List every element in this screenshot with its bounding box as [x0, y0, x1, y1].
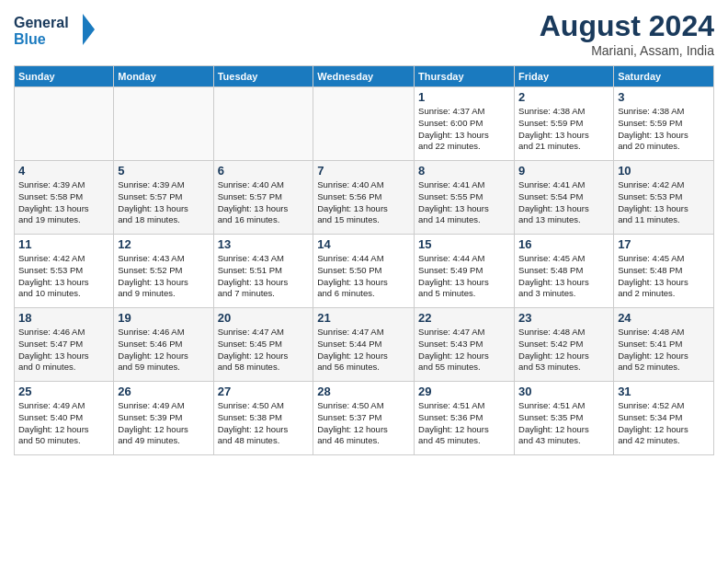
calendar-cell: 8Sunrise: 4:41 AM Sunset: 5:55 PM Daylig…: [415, 161, 515, 235]
day-number: 7: [317, 164, 410, 178]
calendar-cell: 14Sunrise: 4:44 AM Sunset: 5:50 PM Dayli…: [313, 235, 415, 308]
col-friday: Friday: [515, 66, 614, 87]
day-info: Sunrise: 4:41 AM Sunset: 5:54 PM Dayligh…: [518, 179, 609, 226]
calendar-cell: 1Sunrise: 4:37 AM Sunset: 6:00 PM Daylig…: [415, 87, 515, 161]
svg-marker-2: [83, 14, 95, 45]
day-info: Sunrise: 4:43 AM Sunset: 5:52 PM Dayligh…: [118, 253, 209, 300]
calendar-cell: [15, 87, 114, 161]
day-number: 29: [418, 385, 510, 398]
day-number: 11: [18, 237, 109, 251]
calendar-header-row: Sunday Monday Tuesday Wednesday Thursday…: [15, 66, 714, 87]
calendar-cell: 5Sunrise: 4:39 AM Sunset: 5:57 PM Daylig…: [114, 161, 213, 235]
day-number: 9: [518, 164, 609, 178]
svg-text:Blue: Blue: [14, 31, 46, 47]
day-info: Sunrise: 4:40 AM Sunset: 5:57 PM Dayligh…: [218, 179, 310, 226]
day-number: 25: [18, 385, 109, 398]
calendar-cell: 9Sunrise: 4:41 AM Sunset: 5:54 PM Daylig…: [515, 161, 614, 235]
calendar-week-row: 25Sunrise: 4:49 AM Sunset: 5:40 PM Dayli…: [15, 382, 714, 455]
calendar-cell: [213, 87, 313, 161]
day-info: Sunrise: 4:48 AM Sunset: 5:41 PM Dayligh…: [618, 327, 710, 373]
calendar-cell: 20Sunrise: 4:47 AM Sunset: 5:45 PM Dayli…: [213, 308, 313, 382]
day-info: Sunrise: 4:45 AM Sunset: 5:48 PM Dayligh…: [518, 253, 609, 300]
logo: General Blue: [14, 9, 97, 51]
calendar-cell: 7Sunrise: 4:40 AM Sunset: 5:56 PM Daylig…: [313, 161, 415, 235]
day-number: 21: [317, 311, 410, 325]
day-number: 23: [518, 311, 609, 325]
col-sunday: Sunday: [15, 66, 114, 87]
calendar-cell: 6Sunrise: 4:40 AM Sunset: 5:57 PM Daylig…: [213, 161, 313, 235]
day-number: 13: [218, 237, 310, 251]
day-number: 31: [618, 385, 710, 398]
day-number: 5: [118, 164, 209, 178]
svg-text:General: General: [14, 15, 69, 30]
day-number: 19: [118, 311, 209, 325]
calendar-cell: 30Sunrise: 4:51 AM Sunset: 5:35 PM Dayli…: [515, 382, 614, 455]
day-number: 6: [218, 164, 310, 178]
day-info: Sunrise: 4:42 AM Sunset: 5:53 PM Dayligh…: [618, 179, 710, 226]
calendar-cell: 24Sunrise: 4:48 AM Sunset: 5:41 PM Dayli…: [614, 308, 714, 382]
day-info: Sunrise: 4:49 AM Sunset: 5:40 PM Dayligh…: [18, 400, 109, 447]
day-info: Sunrise: 4:51 AM Sunset: 5:35 PM Dayligh…: [518, 400, 609, 447]
day-info: Sunrise: 4:38 AM Sunset: 5:59 PM Dayligh…: [618, 106, 710, 153]
calendar-cell: 18Sunrise: 4:46 AM Sunset: 5:47 PM Dayli…: [15, 308, 114, 382]
day-number: 18: [18, 311, 109, 325]
day-number: 3: [618, 90, 710, 104]
calendar-week-row: 11Sunrise: 4:42 AM Sunset: 5:53 PM Dayli…: [15, 235, 714, 308]
title-block: August 2024 Mariani, Assam, India: [540, 9, 714, 58]
calendar-cell: 3Sunrise: 4:38 AM Sunset: 5:59 PM Daylig…: [614, 87, 714, 161]
col-thursday: Thursday: [415, 66, 515, 87]
col-wednesday: Wednesday: [313, 66, 415, 87]
calendar-cell: 23Sunrise: 4:48 AM Sunset: 5:42 PM Dayli…: [515, 308, 614, 382]
calendar-cell: 29Sunrise: 4:51 AM Sunset: 5:36 PM Dayli…: [415, 382, 515, 455]
calendar-cell: 27Sunrise: 4:50 AM Sunset: 5:38 PM Dayli…: [213, 382, 313, 455]
day-info: Sunrise: 4:45 AM Sunset: 5:48 PM Dayligh…: [618, 253, 710, 300]
calendar-cell: [114, 87, 213, 161]
day-info: Sunrise: 4:48 AM Sunset: 5:42 PM Dayligh…: [518, 327, 609, 373]
day-number: 4: [18, 164, 109, 178]
calendar-cell: 31Sunrise: 4:52 AM Sunset: 5:34 PM Dayli…: [614, 382, 714, 455]
calendar-cell: 17Sunrise: 4:45 AM Sunset: 5:48 PM Dayli…: [614, 235, 714, 308]
calendar-week-row: 1Sunrise: 4:37 AM Sunset: 6:00 PM Daylig…: [15, 87, 714, 161]
day-number: 27: [218, 385, 310, 398]
day-number: 30: [518, 385, 609, 398]
calendar-cell: 16Sunrise: 4:45 AM Sunset: 5:48 PM Dayli…: [515, 235, 614, 308]
calendar-cell: [313, 87, 415, 161]
col-tuesday: Tuesday: [213, 66, 313, 87]
day-number: 14: [317, 237, 410, 251]
day-info: Sunrise: 4:52 AM Sunset: 5:34 PM Dayligh…: [618, 400, 710, 447]
day-number: 10: [618, 164, 710, 178]
day-number: 16: [518, 237, 609, 251]
day-info: Sunrise: 4:39 AM Sunset: 5:57 PM Dayligh…: [118, 179, 209, 226]
day-info: Sunrise: 4:38 AM Sunset: 5:59 PM Dayligh…: [518, 106, 609, 153]
calendar-cell: 11Sunrise: 4:42 AM Sunset: 5:53 PM Dayli…: [15, 235, 114, 308]
calendar-cell: 21Sunrise: 4:47 AM Sunset: 5:44 PM Dayli…: [313, 308, 415, 382]
calendar-cell: 22Sunrise: 4:47 AM Sunset: 5:43 PM Dayli…: [415, 308, 515, 382]
calendar-week-row: 18Sunrise: 4:46 AM Sunset: 5:47 PM Dayli…: [15, 308, 714, 382]
day-info: Sunrise: 4:44 AM Sunset: 5:50 PM Dayligh…: [317, 253, 410, 300]
day-number: 17: [618, 237, 710, 251]
calendar-cell: 13Sunrise: 4:43 AM Sunset: 5:51 PM Dayli…: [213, 235, 313, 308]
calendar-cell: 15Sunrise: 4:44 AM Sunset: 5:49 PM Dayli…: [415, 235, 515, 308]
calendar-cell: 4Sunrise: 4:39 AM Sunset: 5:58 PM Daylig…: [15, 161, 114, 235]
calendar-page: General Blue August 2024 Mariani, Assam,…: [0, 0, 728, 465]
col-saturday: Saturday: [614, 66, 714, 87]
day-info: Sunrise: 4:51 AM Sunset: 5:36 PM Dayligh…: [418, 400, 510, 447]
header: General Blue August 2024 Mariani, Assam,…: [14, 9, 714, 58]
day-info: Sunrise: 4:42 AM Sunset: 5:53 PM Dayligh…: [18, 253, 109, 300]
day-info: Sunrise: 4:44 AM Sunset: 5:49 PM Dayligh…: [418, 253, 510, 300]
day-info: Sunrise: 4:46 AM Sunset: 5:46 PM Dayligh…: [118, 327, 209, 373]
logo-svg: General Blue: [14, 9, 97, 51]
day-info: Sunrise: 4:39 AM Sunset: 5:58 PM Dayligh…: [18, 179, 109, 226]
day-info: Sunrise: 4:50 AM Sunset: 5:38 PM Dayligh…: [218, 400, 310, 447]
month-year: August 2024: [540, 9, 714, 43]
day-info: Sunrise: 4:40 AM Sunset: 5:56 PM Dayligh…: [317, 179, 410, 226]
day-number: 26: [118, 385, 209, 398]
calendar-cell: 12Sunrise: 4:43 AM Sunset: 5:52 PM Dayli…: [114, 235, 213, 308]
day-number: 1: [418, 90, 510, 104]
day-info: Sunrise: 4:49 AM Sunset: 5:39 PM Dayligh…: [118, 400, 209, 447]
day-info: Sunrise: 4:47 AM Sunset: 5:45 PM Dayligh…: [218, 327, 310, 373]
day-number: 28: [317, 385, 410, 398]
calendar-cell: 2Sunrise: 4:38 AM Sunset: 5:59 PM Daylig…: [515, 87, 614, 161]
day-number: 22: [418, 311, 510, 325]
day-info: Sunrise: 4:47 AM Sunset: 5:44 PM Dayligh…: [317, 327, 410, 373]
